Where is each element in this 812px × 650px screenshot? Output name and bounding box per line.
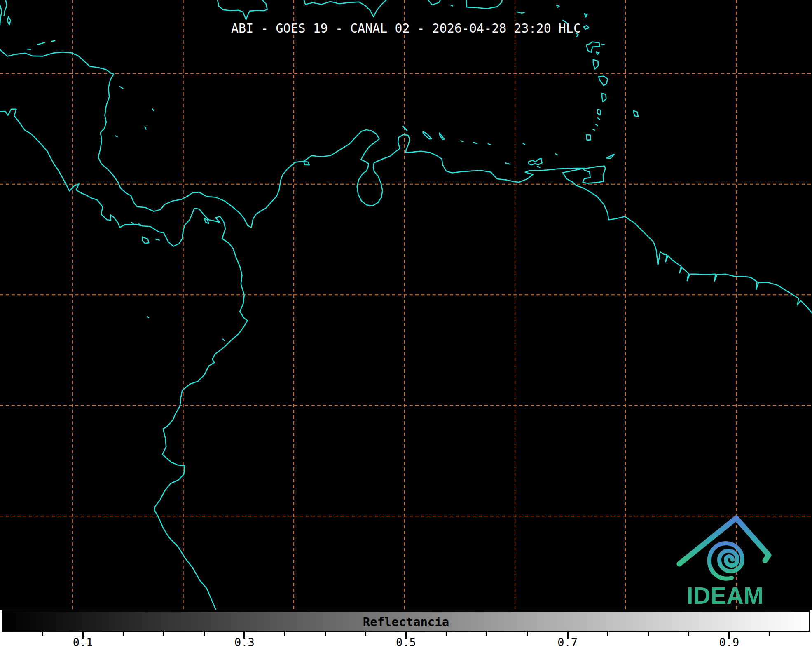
colorbar-minor-tick bbox=[42, 632, 43, 636]
goes-satellite-product: ABI - GOES 19 - CANAL 02 - 2026-04-28 23… bbox=[0, 0, 812, 650]
coastline-st-martin bbox=[557, 5, 559, 7]
colorbar-tick-label: 0.1 bbox=[64, 636, 101, 649]
colorbar-minor-tick bbox=[284, 632, 285, 636]
coastline-ambergris bbox=[4, 0, 7, 16]
coastline-roatan bbox=[37, 42, 44, 45]
colorbar-minor-tick bbox=[527, 632, 528, 636]
colorbar-minor-tick bbox=[486, 632, 487, 636]
colorbar-minor-tick bbox=[365, 632, 366, 636]
colorbar-minor-tick bbox=[648, 632, 649, 636]
coastline-guadeloupe bbox=[587, 42, 600, 52]
coastline-utila bbox=[27, 49, 30, 49]
colorbar-minor-tick bbox=[204, 632, 205, 636]
coastline-gorgona bbox=[223, 339, 225, 341]
colorbar-strip: Reflectancia 0.10.30.50.70.9 bbox=[0, 610, 812, 650]
coastline-martinique bbox=[599, 76, 608, 86]
coastline-los-roques bbox=[473, 142, 477, 143]
coastline-caribbean-atlantic-mainland bbox=[0, 49, 812, 314]
coastline-guanaja bbox=[51, 41, 55, 42]
coastline-barbados bbox=[633, 111, 638, 117]
ideam-logo: IDEAM bbox=[670, 509, 775, 610]
coastline-grenada bbox=[586, 135, 591, 140]
coastline-corn-islands bbox=[115, 136, 117, 137]
coastline-los-testigos bbox=[555, 154, 557, 155]
colorbar-minor-tick bbox=[769, 632, 770, 636]
coastline-bonaire bbox=[440, 133, 445, 140]
product-title: ABI - GOES 19 - CANAL 02 - 2026-04-28 23… bbox=[0, 21, 812, 35]
coastline-pacific-mainland bbox=[0, 109, 248, 625]
coastline-desirade bbox=[602, 44, 604, 45]
coastline-mona bbox=[451, 5, 452, 6]
coastline-carriacou bbox=[593, 129, 594, 130]
colorbar-minor-tick bbox=[163, 632, 164, 636]
coastline-saona-punta-cana bbox=[428, 0, 441, 5]
ideam-spiral-icon bbox=[709, 543, 742, 579]
coastline-coche bbox=[537, 167, 540, 167]
ideam-mountain-icon bbox=[679, 518, 769, 564]
colorbar-minor-tick bbox=[607, 632, 608, 636]
coastline-orchila bbox=[488, 144, 491, 145]
coastline-miskito-cays bbox=[120, 87, 123, 89]
coastline-barbuda bbox=[585, 14, 587, 17]
coastline-coiba bbox=[142, 237, 149, 244]
colorbar-minor-tick bbox=[123, 632, 124, 636]
coastline-puerto-rico-south bbox=[466, 0, 502, 9]
colorbar-tick-label: 0.7 bbox=[549, 636, 586, 649]
colorbar-tick-label: 0.5 bbox=[388, 636, 425, 649]
coastline-la-tortuga bbox=[505, 163, 510, 164]
coastline-cienaga-santa-marta bbox=[304, 162, 309, 165]
coastline-margarita bbox=[529, 159, 542, 165]
ideam-logo-text: IDEAM bbox=[687, 582, 764, 609]
coastline-las-aves bbox=[461, 141, 463, 142]
coastline-st-vincent bbox=[597, 109, 601, 115]
coastline-trinidad bbox=[583, 166, 606, 183]
coastline-providencia bbox=[152, 109, 154, 110]
coastline-blanquilla bbox=[523, 143, 525, 144]
coastline-cebaco bbox=[156, 239, 159, 240]
coastline-malpelo bbox=[147, 317, 149, 318]
coastline-dominica bbox=[593, 60, 598, 69]
colorbar-tick-label: 0.9 bbox=[711, 636, 748, 649]
coastline-st-lucia bbox=[602, 94, 606, 102]
colorbar-minor-tick bbox=[446, 632, 447, 636]
coastline-aruba bbox=[403, 126, 407, 131]
colorbar-label: Reflectancia bbox=[0, 615, 812, 629]
coastline-tobago bbox=[607, 154, 614, 158]
coastline-st-croix bbox=[517, 12, 524, 13]
coastline-canouan-union bbox=[596, 124, 597, 126]
colorbar-tick-label: 0.3 bbox=[226, 636, 263, 649]
coastline-chiriqui-islets bbox=[131, 222, 133, 224]
coastline-bocas-islets bbox=[587, 168, 589, 169]
coastline-hispaniola-south bbox=[304, 0, 387, 17]
coastline-marie-galante bbox=[596, 52, 599, 54]
colorbar-minor-tick bbox=[325, 632, 326, 636]
coastline-san-andres bbox=[145, 127, 146, 129]
coastline-curacao bbox=[423, 131, 432, 139]
coastline-bequia bbox=[598, 118, 599, 119]
colorbar-minor-tick bbox=[688, 632, 689, 636]
coastline-jamaica bbox=[218, 0, 267, 19]
